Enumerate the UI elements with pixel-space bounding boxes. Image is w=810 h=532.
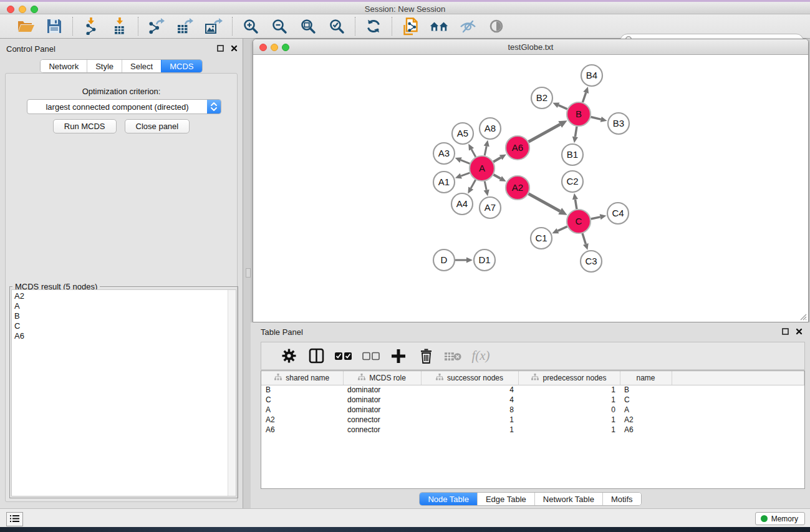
graph-edge-A-A8[interactable]	[485, 146, 486, 155]
tab-motifs[interactable]: Motifs	[602, 493, 641, 505]
check-all-icon[interactable]	[335, 347, 352, 365]
graph-node-A1[interactable]: A1	[433, 172, 455, 193]
network-file-icon[interactable]	[401, 17, 420, 36]
table-cell[interactable]: A2	[620, 415, 672, 425]
tab-select[interactable]: Select	[122, 60, 161, 72]
graph-edge-A-A6[interactable]	[493, 158, 501, 162]
export-network-icon[interactable]	[147, 17, 166, 36]
graph-node-A5[interactable]: A5	[452, 123, 473, 144]
graph-node-B[interactable]: B	[567, 102, 591, 126]
mcds-result-item[interactable]: A6	[14, 331, 236, 341]
table-cell[interactable]: A6	[620, 425, 672, 435]
uncheck-all-icon[interactable]	[362, 347, 380, 365]
split-view-icon[interactable]	[307, 347, 325, 365]
zoom-in-icon[interactable]	[241, 17, 260, 36]
run-mcds-button[interactable]: Run MCDS	[53, 119, 117, 133]
mcds-result-list[interactable]: A2ABCA6	[11, 289, 236, 496]
close-panel-icon[interactable]	[230, 44, 238, 52]
result-list-scrollbar[interactable]	[228, 290, 236, 496]
mcds-result-item[interactable]: B	[14, 311, 236, 321]
tab-edge-table[interactable]: Edge Table	[477, 493, 534, 505]
table-cell[interactable]: 1	[421, 415, 518, 425]
table-cell[interactable]: 1	[421, 425, 518, 435]
table-cell[interactable]: 8	[421, 405, 518, 415]
graph-edge-A-A2[interactable]	[493, 175, 500, 178]
tab-mcds[interactable]: MCDS	[161, 60, 201, 72]
graph-edge-A2-C[interactable]	[529, 194, 561, 211]
table-close-panel-icon[interactable]	[795, 327, 803, 335]
graph-edge-A6-B[interactable]	[529, 124, 561, 142]
graph-node-A6[interactable]: A6	[506, 136, 529, 160]
graph-edge-B-B4[interactable]	[582, 92, 586, 102]
table-cell[interactable]: 1	[518, 395, 620, 405]
graph-edge-A-A7[interactable]	[485, 181, 486, 190]
delete-table-icon[interactable]	[445, 347, 462, 365]
table-cell[interactable]: connector	[343, 425, 421, 435]
memory-button[interactable]: Memory	[755, 512, 805, 525]
graph-node-C4[interactable]: C4	[607, 203, 629, 224]
graph-edge-C-C4[interactable]	[591, 217, 600, 219]
mcds-result-item[interactable]: A2	[14, 291, 236, 301]
graph-edge-B-B2[interactable]	[559, 105, 567, 109]
graph-node-B1[interactable]: B1	[562, 144, 583, 165]
save-icon[interactable]	[45, 17, 64, 36]
table-cell[interactable]: connector	[343, 415, 421, 425]
table-cell[interactable]: C	[261, 395, 343, 405]
table-cell[interactable]: A6	[261, 425, 343, 435]
graph-node-A3[interactable]: A3	[433, 143, 455, 164]
table-cell[interactable]: 4	[421, 395, 518, 405]
table-cell[interactable]: dominator	[343, 395, 421, 405]
table-cell[interactable]: B	[261, 385, 343, 395]
table-cell[interactable]: 1	[518, 415, 620, 425]
optimization-criterion-dropdown[interactable]: largest connected component (directed)	[27, 99, 221, 114]
panel-divider-handle[interactable]	[246, 268, 251, 278]
export-table-icon[interactable]	[176, 17, 195, 36]
column-header-successor-nodes[interactable]: successor nodes	[421, 371, 518, 385]
import-table-icon[interactable]	[110, 17, 129, 36]
table-row[interactable]: Adominator80A	[261, 405, 804, 415]
tab-network-table[interactable]: Network Table	[534, 493, 602, 505]
graph-node-D1[interactable]: D1	[474, 249, 495, 271]
graph-edge-A-A3[interactable]	[461, 160, 470, 164]
table-cell[interactable]: dominator	[343, 405, 421, 415]
column-header-name[interactable]: name	[620, 371, 672, 385]
table-cell[interactable]: B	[620, 385, 672, 395]
eye-slash-icon[interactable]	[458, 17, 477, 36]
close-panel-button[interactable]: Close panel	[125, 119, 190, 133]
table-cell[interactable]: 1	[518, 425, 620, 435]
table-cell[interactable]: A2	[261, 415, 343, 425]
graph-node-A[interactable]: A	[470, 156, 494, 181]
column-header-predecessor-nodes[interactable]: predecessor nodes	[518, 371, 620, 385]
zoom-out-icon[interactable]	[270, 17, 289, 36]
table-cell[interactable]: 4	[421, 385, 518, 395]
refresh-icon[interactable]	[364, 17, 383, 36]
graph-node-C2[interactable]: C2	[562, 171, 583, 192]
home-pair-icon[interactable]	[430, 17, 448, 36]
table-row[interactable]: A6connector11A6	[261, 425, 804, 435]
table-cell[interactable]: 1	[518, 385, 620, 395]
graph-node-A2[interactable]: A2	[506, 176, 529, 200]
table-row[interactable]: A2connector11A2	[261, 415, 804, 425]
table-cell[interactable]: dominator	[343, 385, 421, 395]
zoom-fit-icon[interactable]	[299, 17, 317, 36]
graph-node-C1[interactable]: C1	[531, 228, 552, 249]
mcds-result-item[interactable]: C	[14, 321, 236, 331]
graph-node-A7[interactable]: A7	[480, 197, 501, 218]
graph-node-B4[interactable]: B4	[581, 65, 602, 86]
table-cell[interactable]: A	[261, 405, 343, 415]
open-folder-icon[interactable]	[16, 17, 35, 36]
add-row-icon[interactable]	[390, 347, 407, 365]
graph-node-A4[interactable]: A4	[451, 193, 473, 215]
task-history-button[interactable]	[6, 512, 23, 526]
graph-edge-B-B1[interactable]	[575, 127, 577, 137]
table-row[interactable]: Bdominator41B	[261, 385, 804, 395]
export-image-icon[interactable]	[205, 17, 223, 36]
graph-edge-C-C2[interactable]	[575, 200, 576, 210]
table-row[interactable]: Cdominator41C	[261, 395, 804, 405]
graph-edge-B-B3[interactable]	[591, 117, 600, 120]
table-cell[interactable]: A	[620, 405, 672, 415]
float-panel-icon[interactable]	[216, 44, 224, 52]
tab-network[interactable]: Network	[41, 60, 87, 72]
resize-grip-icon[interactable]	[798, 312, 807, 321]
gear-icon[interactable]	[280, 347, 297, 365]
